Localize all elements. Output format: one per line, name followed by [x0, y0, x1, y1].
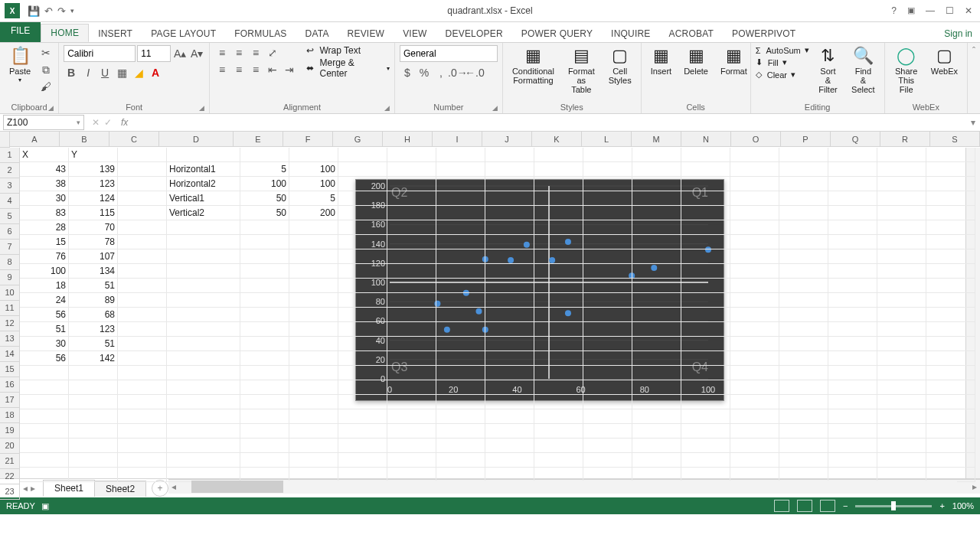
cut-icon[interactable]: ✂ [38, 45, 54, 60]
percent-icon[interactable]: % [416, 65, 432, 80]
row-header-3[interactable]: 3 [0, 178, 20, 194]
row-header-6[interactable]: 6 [0, 224, 20, 240]
cell-A10[interactable]: 18 [20, 279, 69, 293]
row-header-22[interactable]: 22 [0, 469, 20, 484]
column-header-L[interactable]: L [582, 132, 632, 147]
number-format-select[interactable] [400, 45, 498, 62]
increase-font-icon[interactable]: A▴ [172, 46, 188, 61]
cell-A6[interactable]: 28 [20, 220, 69, 235]
new-sheet-button[interactable]: + [152, 480, 168, 497]
row-header-2[interactable]: 2 [0, 163, 20, 178]
column-header-F[interactable]: F [283, 132, 333, 147]
cell-B12[interactable]: 68 [69, 308, 118, 322]
tab-view[interactable]: VIEW [394, 25, 436, 42]
column-header-B[interactable]: B [60, 132, 109, 147]
increase-decimal-icon[interactable]: .0→ [450, 65, 466, 80]
row-header-11[interactable]: 11 [0, 301, 20, 316]
paste-button[interactable]: 📋 Paste ▾ [5, 45, 35, 86]
row-header-9[interactable]: 9 [0, 270, 20, 285]
expand-formula-bar-icon[interactable]: ▾ [966, 117, 980, 128]
tab-developer[interactable]: DEVELOPER [436, 25, 512, 42]
row-header-15[interactable]: 15 [0, 362, 20, 377]
insert-cells-button[interactable]: ▦Insert [646, 45, 677, 77]
cell-B9[interactable]: 134 [69, 264, 118, 279]
row-header-13[interactable]: 13 [0, 331, 20, 347]
row-header-4[interactable]: 4 [0, 194, 20, 209]
comma-icon[interactable]: , [433, 65, 449, 80]
column-header-I[interactable]: I [433, 132, 482, 147]
row-header-21[interactable]: 21 [0, 454, 20, 469]
column-header-O[interactable]: O [731, 132, 781, 147]
cell-A5[interactable]: 83 [20, 206, 69, 220]
cell-E5[interactable]: 50 [240, 206, 289, 220]
tab-power-query[interactable]: POWER QUERY [512, 25, 602, 42]
align-top-icon[interactable]: ≡ [214, 45, 230, 60]
orientation-icon[interactable]: ⤢ [265, 45, 280, 60]
row-header-1[interactable]: 1 [0, 148, 20, 163]
column-header-N[interactable]: N [681, 132, 731, 147]
row-header-17[interactable]: 17 [0, 393, 20, 408]
row-header-7[interactable]: 7 [0, 240, 20, 255]
macro-record-icon[interactable]: ▣ [41, 501, 49, 511]
cell-D4[interactable]: Vertical1 [167, 191, 240, 206]
font-launcher-icon[interactable]: ◢ [199, 104, 204, 112]
column-header-A[interactable]: A [10, 132, 60, 147]
tab-powerpivot[interactable]: POWERPIVOT [723, 25, 805, 42]
zoom-out-button[interactable]: − [843, 501, 848, 510]
decrease-decimal-icon[interactable]: ←.0 [467, 65, 482, 80]
cell-styles-button[interactable]: ▢Cell Styles [604, 45, 636, 86]
row-header-5[interactable]: 5 [0, 209, 20, 224]
align-bottom-icon[interactable]: ≡ [248, 45, 263, 60]
delete-cells-button[interactable]: ▦Delete [679, 45, 713, 77]
sheet-nav-prev-icon[interactable]: ◂ [23, 483, 28, 494]
cell-A1[interactable]: X [20, 148, 69, 162]
column-header-D[interactable]: D [159, 132, 234, 147]
column-header-K[interactable]: K [532, 132, 582, 147]
conditional-formatting-button[interactable]: ▦Conditional Formatting [508, 45, 559, 86]
cell-B7[interactable]: 78 [69, 235, 118, 249]
tab-acrobat[interactable]: ACROBAT [660, 25, 724, 42]
copy-icon[interactable]: ⧉ [38, 62, 54, 77]
row-header-8[interactable]: 8 [0, 255, 20, 270]
cell-B5[interactable]: 115 [69, 206, 118, 220]
bold-button[interactable]: B [64, 65, 79, 80]
row-header-20[interactable]: 20 [0, 439, 20, 454]
cell-B8[interactable]: 107 [69, 249, 118, 264]
row-header-12[interactable]: 12 [0, 316, 20, 331]
cell-B13[interactable]: 123 [69, 322, 118, 337]
cell-B11[interactable]: 89 [69, 293, 118, 308]
tab-home[interactable]: HOME [41, 24, 89, 42]
sort-filter-button[interactable]: ⇅Sort & Filter [812, 45, 844, 96]
cell-A4[interactable]: 30 [20, 191, 69, 206]
decrease-indent-icon[interactable]: ⇤ [265, 62, 280, 77]
cell-B6[interactable]: 70 [69, 220, 118, 235]
row-header-23[interactable]: 23 [0, 484, 20, 500]
autosum-button[interactable]: Σ AutoSum ▾ [756, 45, 809, 55]
tab-insert[interactable]: INSERT [89, 25, 142, 42]
cell-B10[interactable]: 51 [69, 279, 118, 293]
align-middle-icon[interactable]: ≡ [231, 45, 247, 60]
wrap-text-button[interactable]: ↩ Wrap Text [306, 45, 390, 56]
name-box[interactable]: Z100▾ [3, 115, 84, 130]
cell-E3[interactable]: 100 [240, 177, 289, 191]
share-file-button[interactable]: ◯Share This File [890, 45, 923, 96]
cell-A9[interactable]: 100 [20, 264, 69, 279]
cell-A8[interactable]: 76 [20, 249, 69, 264]
currency-icon[interactable]: $ [400, 65, 415, 80]
font-size-input[interactable] [137, 45, 171, 62]
cell-A15[interactable]: 56 [20, 351, 69, 366]
tab-inquire[interactable]: INQUIRE [602, 25, 659, 42]
collapse-ribbon-icon[interactable]: ˆ [968, 43, 980, 113]
horizontal-scrollbar[interactable]: ◂ ▸ [168, 479, 980, 494]
fx-icon[interactable]: fx [121, 117, 128, 128]
fill-button[interactable]: ⬇ Fill ▾ [756, 57, 809, 67]
cell-B14[interactable]: 51 [69, 337, 118, 351]
align-center-icon[interactable]: ≡ [231, 62, 247, 77]
border-button[interactable]: ▦ [114, 65, 129, 80]
tab-data[interactable]: DATA [296, 25, 338, 42]
cell-F5[interactable]: 200 [289, 206, 338, 220]
cell-A3[interactable]: 38 [20, 177, 69, 191]
format-painter-icon[interactable]: 🖌 [38, 79, 54, 94]
zoom-in-button[interactable]: + [939, 501, 944, 510]
column-header-G[interactable]: G [333, 132, 383, 147]
